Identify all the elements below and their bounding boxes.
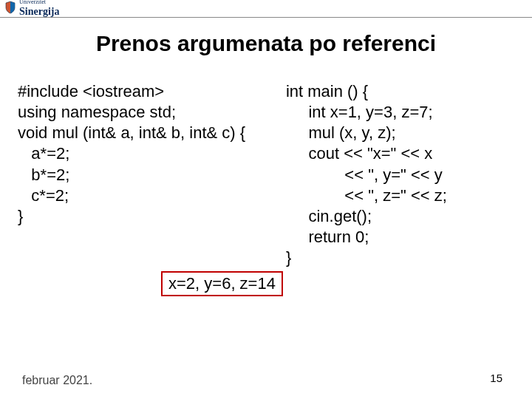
footer-date: februar 2021.: [22, 374, 92, 387]
page-title: Prenos argumenata po referenci: [0, 31, 532, 56]
code-right: int main () { int x=1, y=3, z=7; mul (x,…: [286, 81, 514, 268]
code-left: #include <iostream> using namespace std;…: [18, 81, 286, 268]
footer-page: 15: [490, 372, 502, 384]
result-row: x=2, y=6, z=14: [0, 271, 532, 296]
logo: Univerzitet Sinergija: [4, 0, 59, 18]
logo-top: Univerzitet: [19, 0, 59, 4]
shield-icon: [4, 1, 16, 17]
result-box: x=2, y=6, z=14: [161, 271, 283, 296]
logo-text-wrap: Univerzitet Sinergija: [19, 0, 59, 18]
header-bar: Univerzitet Sinergija: [0, 0, 532, 18]
logo-main: Sinergija: [19, 6, 59, 17]
code-area: #include <iostream> using namespace std;…: [0, 81, 532, 268]
